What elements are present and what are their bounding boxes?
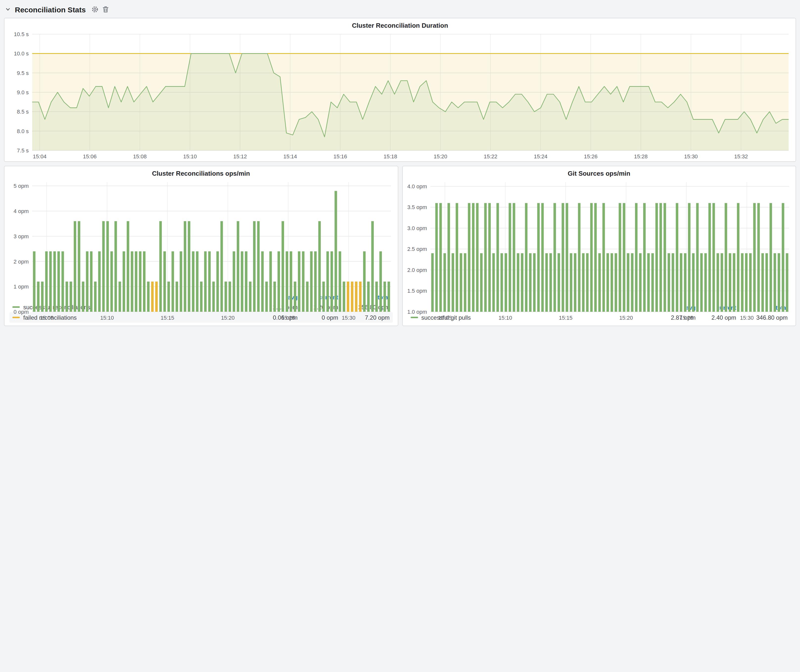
cluster-reconciliations-ops-chart[interactable]: 0 opm1 opm2 opm3 opm4 opm5 opm15:0515:10… — [5, 178, 398, 293]
x-tick-label: 15:30 — [740, 315, 754, 321]
x-tick-label: 15:20 — [434, 154, 447, 160]
x-tick-label: 15:15 — [558, 315, 572, 321]
x-tick-label: 15:22 — [483, 154, 497, 160]
x-tick-label: 15:08 — [133, 154, 147, 160]
panel-title[interactable]: Cluster Reconciliation Duration — [5, 18, 795, 30]
y-tick-label: 5 opm — [14, 183, 29, 189]
y-tick-label: 3 opm — [14, 233, 29, 240]
x-tick-label: 15:32 — [734, 154, 748, 160]
dashboard: Reconciliation Stats Cluster Reconciliat… — [0, 0, 800, 336]
x-tick-label: 15:25 — [281, 315, 295, 321]
row-title-helm-stats[interactable]: Helm Stats — [15, 334, 53, 336]
y-tick-label: 3.0 opm — [407, 225, 427, 231]
y-tick-label: 7.5 s — [17, 147, 29, 154]
x-tick-label: 15:24 — [534, 154, 547, 160]
chart-canvas[interactable]: 0 opm1 opm2 opm3 opm4 opm5 opm15:0515:10… — [5, 178, 398, 323]
panel-cluster-reconciliations-ops: Cluster Reconciliations ops/min 0 opm1 o… — [4, 166, 398, 326]
x-tick-label: 15:12 — [233, 154, 247, 160]
git-sources-ops-chart[interactable]: 1.0 opm1.5 opm2.0 opm2.5 opm3.0 opm3.5 o… — [402, 178, 795, 303]
x-tick-label: 15:10 — [183, 154, 197, 160]
x-tick-label: 15:20 — [619, 315, 632, 321]
y-tick-label: 3.5 opm — [407, 204, 427, 210]
chevron-down-icon[interactable] — [5, 6, 11, 12]
y-tick-label: 9.0 s — [17, 89, 29, 96]
y-tick-label: 9.5 s — [17, 70, 29, 76]
panel-row-reconciliation-ops: Cluster Reconciliations ops/min 0 opm1 o… — [4, 166, 796, 326]
x-tick-label: 15:05 — [438, 315, 451, 321]
panel-title[interactable]: Git Sources ops/min — [402, 166, 795, 178]
row-header-helm-stats: Helm Stats — [5, 332, 796, 336]
row-header-reconciliation-stats: Reconciliation Stats — [5, 3, 796, 16]
trash-icon[interactable] — [102, 6, 109, 13]
panel-cluster-reconciliation-duration: Cluster Reconciliation Duration 7.5 s8.0… — [4, 18, 796, 162]
x-tick-label: 15:25 — [679, 315, 693, 321]
y-tick-label: 1 opm — [14, 283, 29, 290]
x-tick-label: 15:10 — [100, 315, 114, 321]
x-tick-label: 15:15 — [160, 315, 174, 321]
y-tick-label: 0 opm — [14, 309, 29, 315]
x-tick-label: 15:05 — [40, 315, 53, 321]
panel-git-sources-ops: Git Sources ops/min 1.0 opm1.5 opm2.0 op… — [402, 166, 796, 326]
chevron-down-icon[interactable] — [5, 336, 11, 336]
x-tick-label: 15:10 — [498, 315, 512, 321]
panel-title[interactable]: Cluster Reconciliations ops/min — [5, 166, 398, 178]
chart-canvas[interactable]: 7.5 s8.0 s8.5 s9.0 s9.5 s10.0 s10.5 s15:… — [5, 30, 795, 161]
x-tick-label: 15:30 — [684, 154, 698, 160]
y-tick-label: 8.0 s — [17, 128, 29, 134]
y-tick-label: 2.0 opm — [407, 267, 427, 273]
x-tick-label: 15:30 — [342, 315, 355, 321]
y-tick-label: 4 opm — [14, 208, 29, 214]
y-tick-label: 8.5 s — [17, 109, 29, 115]
y-tick-label: 2.5 opm — [407, 246, 427, 252]
x-tick-label: 15:18 — [383, 154, 397, 160]
x-tick-label: 15:26 — [584, 154, 598, 160]
gear-icon[interactable] — [92, 6, 99, 13]
y-tick-label: 10.5 s — [14, 31, 29, 37]
x-tick-label: 15:20 — [221, 315, 235, 321]
x-tick-label: 15:16 — [333, 154, 347, 160]
y-tick-label: 2 opm — [14, 259, 29, 265]
chart-canvas[interactable]: 1.0 opm1.5 opm2.0 opm2.5 opm3.0 opm3.5 o… — [402, 178, 796, 323]
cluster-reconciliation-duration-chart[interactable]: 7.5 s8.0 s8.5 s9.0 s9.5 s10.0 s10.5 s15:… — [5, 30, 795, 161]
x-tick-label: 15:04 — [33, 154, 46, 160]
y-tick-label: 1.5 opm — [407, 288, 427, 294]
y-tick-label: 4.0 opm — [407, 183, 427, 190]
x-tick-label: 15:14 — [283, 154, 297, 160]
y-tick-label: 1.0 opm — [407, 309, 427, 315]
row-title-reconciliation-stats[interactable]: Reconciliation Stats — [15, 5, 86, 14]
x-tick-label: 15:06 — [83, 154, 96, 160]
y-tick-label: 10.0 s — [14, 50, 29, 57]
x-tick-label: 15:28 — [634, 154, 648, 160]
dashboard-page: Reconciliation Stats Cluster Reconciliat… — [0, 0, 800, 336]
